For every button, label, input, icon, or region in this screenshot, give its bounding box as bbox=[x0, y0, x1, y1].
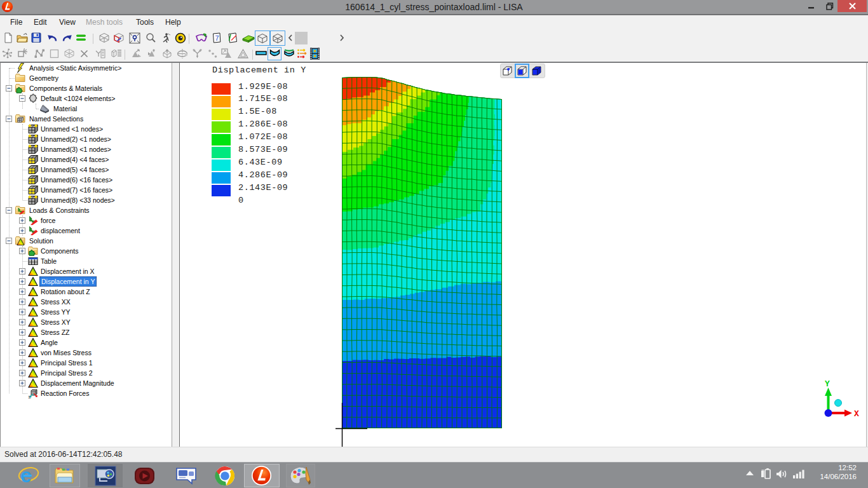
svg-text:X: X bbox=[854, 409, 859, 419]
svg-text:Y: Y bbox=[825, 379, 830, 389]
svg-text:7: 7 bbox=[215, 34, 219, 42]
